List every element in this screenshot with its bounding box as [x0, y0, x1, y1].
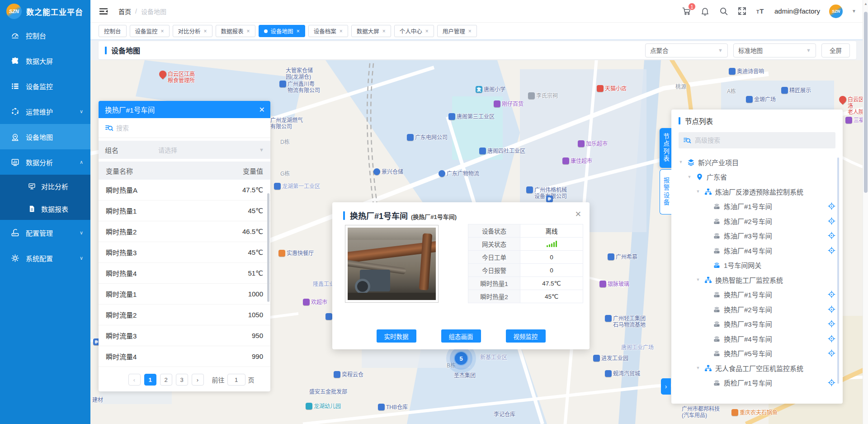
- sidebar-item-system-config[interactable]: 系统配置∨: [0, 245, 90, 271]
- locate-on-map-icon[interactable]: [828, 202, 835, 210]
- page-button-2[interactable]: 2: [160, 374, 172, 386]
- bell-icon[interactable]: [700, 6, 710, 16]
- sidebar-item-data-report[interactable]: 数据报表: [0, 197, 90, 220]
- scrollbar-thumb[interactable]: [864, 12, 868, 193]
- map-type-select[interactable]: 标准地图 ▼: [733, 43, 816, 57]
- tree-node-heat-ws5[interactable]: 换热厂#5号车间: [671, 346, 843, 361]
- info-label: 今日报警: [468, 264, 520, 276]
- sidebar-item-data-screen[interactable]: 数据大屏: [0, 48, 90, 73]
- tree-scrollbar[interactable]: [837, 157, 839, 384]
- tree-node-heat-ws1[interactable]: 换热厂#1号车间: [671, 287, 843, 302]
- tree-caret-icon[interactable]: ▼: [695, 189, 701, 194]
- poi-label-text: 白云区江高 粮食管理所: [168, 71, 195, 84]
- advanced-search-input[interactable]: [695, 137, 831, 144]
- sidebar-item-compare-analysis[interactable]: 对比分析: [0, 175, 90, 197]
- tree-node-refinery-ws2[interactable]: 炼油厂#2号车间: [671, 214, 843, 229]
- tree-node-qc-ws1[interactable]: 质检厂#1号车间: [671, 376, 843, 391]
- tab-个人中心[interactable]: 个人中心×: [394, 25, 434, 37]
- popup-button-组态画面[interactable]: 组态画面: [441, 329, 481, 343]
- breadcrumb-home[interactable]: 首页: [118, 7, 131, 16]
- tree-caret-icon[interactable]: ▼: [695, 277, 701, 282]
- close-tab-icon[interactable]: ×: [425, 28, 429, 34]
- sidebar-item-device-map[interactable]: 设备地图: [0, 124, 90, 149]
- sidebar-item-data-analysis[interactable]: 数据分析∧: [0, 149, 90, 175]
- tree-caret-icon[interactable]: ▼: [686, 175, 693, 179]
- tree-node-heat-ws2[interactable]: 换热厂#2号车间: [671, 302, 843, 317]
- panel-collapse-handle[interactable]: ›: [661, 378, 671, 395]
- tree-node-ws1-gateway[interactable]: 1号车间网关: [671, 258, 843, 273]
- close-icon[interactable]: ✕: [575, 210, 581, 219]
- fullscreen-map-button[interactable]: 全屏: [821, 43, 850, 57]
- cluster-mode-select[interactable]: 点聚合 ▼: [645, 43, 728, 57]
- close-tab-icon[interactable]: ×: [247, 28, 250, 34]
- collapse-sidebar-icon[interactable]: [99, 6, 108, 16]
- tab-控制台[interactable]: 控制台: [99, 25, 127, 37]
- locate-on-map-icon[interactable]: [828, 305, 835, 313]
- locate-on-map-icon[interactable]: [828, 335, 835, 343]
- panel-scrollbar[interactable]: [267, 193, 269, 302]
- gateway-icon: [713, 379, 721, 386]
- close-tab-icon[interactable]: ×: [382, 28, 386, 34]
- cluster-count[interactable]: 5: [454, 351, 468, 366]
- group-select[interactable]: 组名 请选择 ▼: [99, 141, 270, 159]
- tree-node-heat-system[interactable]: ▼换热智能工厂监控系统: [671, 272, 843, 287]
- tab-用户管理[interactable]: 用户管理×: [437, 25, 477, 37]
- page-scrollbar[interactable]: ▲: [863, 0, 868, 424]
- close-tab-icon[interactable]: ×: [297, 28, 300, 34]
- variable-search-input[interactable]: [116, 124, 264, 132]
- close-tab-icon[interactable]: ×: [468, 28, 472, 34]
- tree-caret-icon[interactable]: ▼: [695, 366, 701, 370]
- avatar[interactable]: SZN: [829, 5, 843, 18]
- tree-node-label: 换热厂#1号车间: [724, 290, 772, 299]
- side-tab-报警设备[interactable]: 报警设备: [660, 169, 671, 214]
- next-page-button[interactable]: ›: [192, 374, 204, 386]
- prev-page-button[interactable]: ‹: [128, 374, 141, 386]
- user-name[interactable]: admin@factory: [774, 7, 820, 15]
- popup-button-实时数据[interactable]: 实时数据: [377, 329, 416, 343]
- tab-设备档案[interactable]: 设备档案×: [308, 25, 348, 37]
- tree-node-refinery-ws1[interactable]: 炼油厂#1号车间: [671, 199, 843, 214]
- cart-icon[interactable]: 1: [682, 6, 691, 16]
- font-size-icon[interactable]: TT: [756, 6, 765, 16]
- tree-node-heat-ws4[interactable]: 换热厂#4号车间: [671, 331, 843, 346]
- tree-node-guangdong[interactable]: ▼广东省: [671, 170, 843, 185]
- locate-on-map-icon[interactable]: [828, 379, 835, 386]
- side-tab-节点列表[interactable]: 节点列表: [660, 128, 671, 168]
- page-button-3[interactable]: 3: [176, 374, 188, 386]
- sidebar-item-config-mgmt[interactable]: 配置管理∨: [0, 220, 90, 245]
- locate-on-map-icon[interactable]: [828, 247, 835, 254]
- tree-node-refinery-system[interactable]: ▼炼油厂反渗透预除盐控制系统: [671, 184, 843, 199]
- tab-设备监控[interactable]: 设备监控×: [130, 25, 170, 37]
- close-tab-icon[interactable]: ×: [340, 28, 343, 34]
- popup-button-视频监控[interactable]: 视频监控: [506, 329, 546, 343]
- tab-对比分析[interactable]: 对比分析×: [173, 25, 212, 37]
- sidebar-item-ops-maintenance[interactable]: 运营维护∨: [0, 99, 90, 124]
- page-button-1[interactable]: 1: [144, 374, 156, 386]
- sidebar-item-device-monitor[interactable]: 设备监控: [0, 73, 90, 99]
- info-value: 0: [520, 251, 583, 263]
- goto-page-input[interactable]: [227, 374, 245, 386]
- fullscreen-icon[interactable]: [737, 6, 747, 16]
- locate-on-map-icon[interactable]: [828, 217, 835, 225]
- scroll-up-arrow[interactable]: ▲: [864, 2, 868, 6]
- locate-on-map-icon[interactable]: [828, 291, 835, 298]
- close-tab-icon[interactable]: ×: [204, 28, 207, 34]
- locate-on-map-icon[interactable]: [828, 349, 835, 357]
- tree-node-project-new-industry[interactable]: ▼新兴产业项目: [671, 155, 843, 170]
- tree-node-food-system[interactable]: ▼无人食品工厂空压机监控系统: [671, 361, 843, 376]
- tab-数据报表[interactable]: 数据报表×: [216, 25, 255, 37]
- tab-数据大屏[interactable]: 数据大屏×: [351, 25, 391, 37]
- tree-caret-icon[interactable]: ▼: [678, 160, 684, 164]
- tab-设备地图[interactable]: 设备地图×: [259, 25, 305, 37]
- user-menu-caret-icon[interactable]: ▼: [852, 9, 856, 14]
- sidebar-item-console[interactable]: 控制台: [0, 23, 90, 48]
- tree-node-heat-ws3[interactable]: 换热厂#3号车间: [671, 317, 843, 332]
- close-tab-icon[interactable]: ×: [161, 28, 164, 34]
- locate-on-map-icon[interactable]: [828, 232, 835, 239]
- tree-node-refinery-ws3[interactable]: 炼油厂#3号车间: [671, 229, 843, 243]
- gateway-icon: [713, 320, 721, 328]
- locate-on-map-icon[interactable]: [828, 320, 835, 328]
- search-icon[interactable]: [719, 6, 728, 16]
- close-icon[interactable]: ✕: [259, 105, 265, 114]
- tree-node-refinery-ws4[interactable]: 炼油厂#4号车间: [671, 243, 843, 258]
